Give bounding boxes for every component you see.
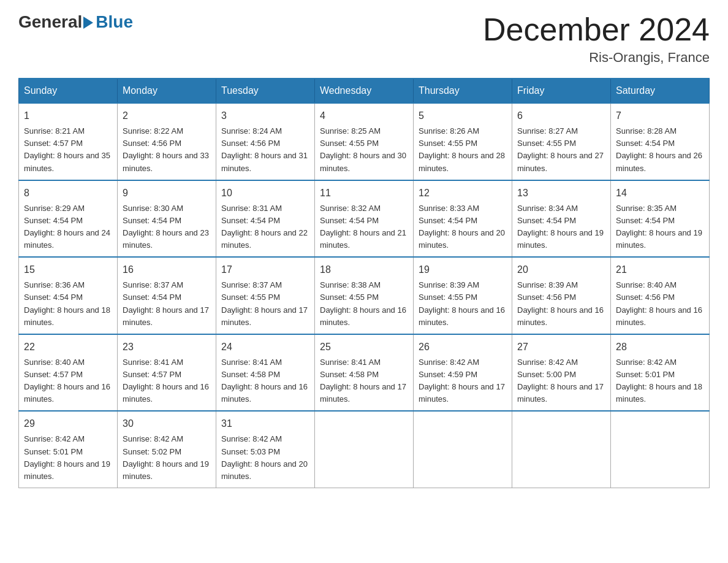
day-number: 13 (517, 186, 605, 201)
calendar-cell: 3 Sunrise: 8:24 AMSunset: 4:56 PMDayligh… (216, 103, 315, 180)
day-number: 4 (320, 109, 408, 123)
day-number: 31 (221, 416, 309, 431)
calendar-cell: 27 Sunrise: 8:42 AMSunset: 5:00 PMDaylig… (512, 334, 611, 412)
calendar-cell: 25 Sunrise: 8:41 AMSunset: 4:58 PMDaylig… (315, 334, 414, 412)
day-info: Sunrise: 8:29 AMSunset: 4:54 PMDaylight:… (24, 204, 110, 250)
calendar-cell: 9 Sunrise: 8:30 AMSunset: 4:54 PMDayligh… (118, 180, 216, 258)
day-info: Sunrise: 8:42 AMSunset: 5:00 PMDaylight:… (517, 358, 604, 404)
calendar-table: Sunday Monday Tuesday Wednesday Thursday… (18, 78, 710, 488)
day-number: 18 (320, 262, 408, 277)
calendar-cell: 6 Sunrise: 8:27 AMSunset: 4:55 PMDayligh… (512, 103, 611, 180)
day-info: Sunrise: 8:36 AMSunset: 4:54 PMDaylight:… (24, 280, 110, 326)
calendar-cell: 4 Sunrise: 8:25 AMSunset: 4:55 PMDayligh… (315, 103, 414, 180)
day-number: 24 (221, 340, 309, 354)
title-section: December 2024 Ris-Orangis, France (483, 12, 710, 66)
day-info: Sunrise: 8:37 AMSunset: 4:54 PMDaylight:… (123, 280, 209, 326)
calendar-cell: 19 Sunrise: 8:39 AMSunset: 4:55 PMDaylig… (414, 257, 512, 334)
day-info: Sunrise: 8:41 AMSunset: 4:58 PMDaylight:… (221, 358, 308, 404)
day-number: 15 (24, 262, 112, 277)
day-number: 11 (320, 186, 408, 201)
calendar-cell: 2 Sunrise: 8:22 AMSunset: 4:56 PMDayligh… (118, 103, 216, 180)
calendar-cell (611, 411, 710, 488)
day-info: Sunrise: 8:21 AMSunset: 4:57 PMDaylight:… (24, 126, 110, 172)
day-number: 5 (419, 109, 507, 123)
logo-blue-part: Blue (82, 12, 133, 32)
logo-general-text: General (18, 12, 82, 32)
day-info: Sunrise: 8:28 AMSunset: 4:54 PMDaylight:… (616, 126, 702, 172)
header-monday: Monday (118, 79, 216, 103)
day-info: Sunrise: 8:41 AMSunset: 4:58 PMDaylight:… (320, 358, 406, 404)
calendar-cell: 31 Sunrise: 8:42 AMSunset: 5:03 PMDaylig… (216, 411, 315, 488)
day-info: Sunrise: 8:39 AMSunset: 4:55 PMDaylight:… (419, 280, 505, 326)
calendar-cell: 13 Sunrise: 8:34 AMSunset: 4:54 PMDaylig… (512, 180, 611, 258)
day-info: Sunrise: 8:40 AMSunset: 4:57 PMDaylight:… (24, 358, 110, 404)
page-header: General Blue December 2024 Ris-Orangis, … (18, 12, 710, 66)
calendar-cell: 28 Sunrise: 8:42 AMSunset: 5:01 PMDaylig… (611, 334, 710, 412)
calendar-cell: 30 Sunrise: 8:42 AMSunset: 5:02 PMDaylig… (118, 411, 216, 488)
calendar-cell: 16 Sunrise: 8:37 AMSunset: 4:54 PMDaylig… (118, 257, 216, 334)
calendar-cell: 18 Sunrise: 8:38 AMSunset: 4:55 PMDaylig… (315, 257, 414, 334)
day-info: Sunrise: 8:42 AMSunset: 5:03 PMDaylight:… (221, 434, 308, 480)
day-number: 1 (24, 109, 112, 123)
calendar-cell: 17 Sunrise: 8:37 AMSunset: 4:55 PMDaylig… (216, 257, 315, 334)
calendar-cell: 8 Sunrise: 8:29 AMSunset: 4:54 PMDayligh… (19, 180, 118, 258)
calendar-cell: 10 Sunrise: 8:31 AMSunset: 4:54 PMDaylig… (216, 180, 315, 258)
day-number: 17 (221, 262, 309, 277)
day-number: 28 (616, 340, 704, 354)
logo-blue-text: Blue (96, 12, 133, 32)
day-number: 23 (123, 340, 211, 354)
logo: General Blue (18, 12, 133, 32)
day-info: Sunrise: 8:24 AMSunset: 4:56 PMDaylight:… (221, 126, 308, 172)
day-number: 20 (517, 262, 605, 277)
calendar-cell: 22 Sunrise: 8:40 AMSunset: 4:57 PMDaylig… (19, 334, 118, 412)
calendar-cell: 29 Sunrise: 8:42 AMSunset: 5:01 PMDaylig… (19, 411, 118, 488)
calendar-cell (512, 411, 611, 488)
day-number: 16 (123, 262, 211, 277)
calendar-week-row: 22 Sunrise: 8:40 AMSunset: 4:57 PMDaylig… (19, 334, 710, 412)
day-info: Sunrise: 8:41 AMSunset: 4:57 PMDaylight:… (123, 358, 209, 404)
day-info: Sunrise: 8:32 AMSunset: 4:54 PMDaylight:… (320, 204, 406, 250)
header-thursday: Thursday (414, 79, 512, 103)
day-info: Sunrise: 8:40 AMSunset: 4:56 PMDaylight:… (616, 280, 702, 326)
day-info: Sunrise: 8:26 AMSunset: 4:55 PMDaylight:… (419, 126, 505, 172)
calendar-week-row: 15 Sunrise: 8:36 AMSunset: 4:54 PMDaylig… (19, 257, 710, 334)
day-info: Sunrise: 8:42 AMSunset: 5:02 PMDaylight:… (123, 434, 209, 480)
day-number: 7 (616, 109, 704, 123)
month-title: December 2024 (483, 12, 710, 47)
calendar-week-row: 1 Sunrise: 8:21 AMSunset: 4:57 PMDayligh… (19, 103, 710, 180)
day-info: Sunrise: 8:30 AMSunset: 4:54 PMDaylight:… (123, 204, 209, 250)
day-number: 30 (123, 416, 211, 431)
location-text: Ris-Orangis, France (483, 50, 710, 66)
calendar-cell (414, 411, 512, 488)
calendar-cell (315, 411, 414, 488)
calendar-cell: 12 Sunrise: 8:33 AMSunset: 4:54 PMDaylig… (414, 180, 512, 258)
day-number: 8 (24, 186, 112, 201)
day-number: 27 (517, 340, 605, 354)
day-number: 29 (24, 416, 112, 431)
day-info: Sunrise: 8:42 AMSunset: 5:01 PMDaylight:… (24, 434, 110, 480)
day-info: Sunrise: 8:39 AMSunset: 4:56 PMDaylight:… (517, 280, 604, 326)
day-number: 14 (616, 186, 704, 201)
day-info: Sunrise: 8:27 AMSunset: 4:55 PMDaylight:… (517, 126, 604, 172)
day-info: Sunrise: 8:38 AMSunset: 4:55 PMDaylight:… (320, 280, 406, 326)
header-tuesday: Tuesday (216, 79, 315, 103)
weekday-header-row: Sunday Monday Tuesday Wednesday Thursday… (19, 79, 710, 103)
calendar-cell: 11 Sunrise: 8:32 AMSunset: 4:54 PMDaylig… (315, 180, 414, 258)
day-info: Sunrise: 8:25 AMSunset: 4:55 PMDaylight:… (320, 126, 406, 172)
day-info: Sunrise: 8:31 AMSunset: 4:54 PMDaylight:… (221, 204, 308, 250)
header-wednesday: Wednesday (315, 79, 414, 103)
day-number: 10 (221, 186, 309, 201)
day-number: 12 (419, 186, 507, 201)
day-number: 2 (123, 109, 211, 123)
day-info: Sunrise: 8:42 AMSunset: 4:59 PMDaylight:… (419, 358, 505, 404)
day-number: 6 (517, 109, 605, 123)
calendar-cell: 14 Sunrise: 8:35 AMSunset: 4:54 PMDaylig… (611, 180, 710, 258)
calendar-cell: 7 Sunrise: 8:28 AMSunset: 4:54 PMDayligh… (611, 103, 710, 180)
calendar-cell: 5 Sunrise: 8:26 AMSunset: 4:55 PMDayligh… (414, 103, 512, 180)
day-info: Sunrise: 8:35 AMSunset: 4:54 PMDaylight:… (616, 204, 702, 250)
day-number: 25 (320, 340, 408, 354)
calendar-cell: 23 Sunrise: 8:41 AMSunset: 4:57 PMDaylig… (118, 334, 216, 412)
calendar-cell: 26 Sunrise: 8:42 AMSunset: 4:59 PMDaylig… (414, 334, 512, 412)
calendar-cell: 21 Sunrise: 8:40 AMSunset: 4:56 PMDaylig… (611, 257, 710, 334)
day-number: 3 (221, 109, 309, 123)
